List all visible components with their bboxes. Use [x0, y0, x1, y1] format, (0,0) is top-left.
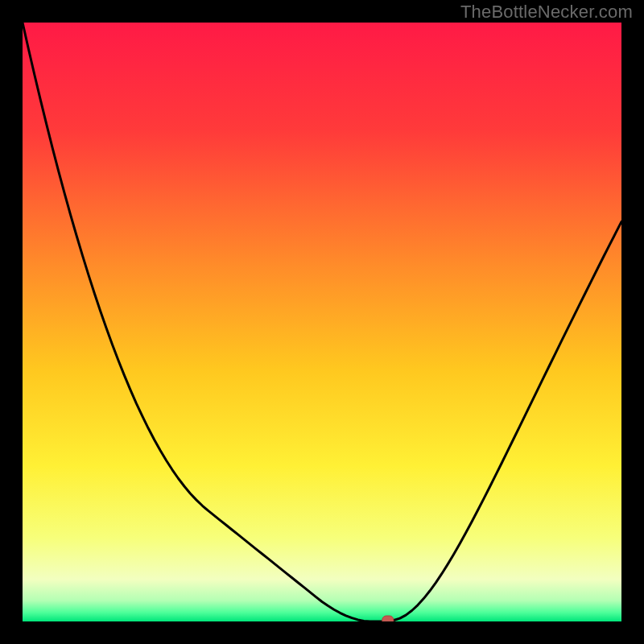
- plot-area: [23, 23, 621, 621]
- bottleneck-chart: [23, 23, 621, 621]
- watermark-text: TheBottleNecker.com: [460, 2, 633, 23]
- chart-frame: TheBottleNecker.com: [0, 0, 644, 644]
- optimal-point-marker: [382, 616, 394, 621]
- gradient-background: [23, 23, 621, 621]
